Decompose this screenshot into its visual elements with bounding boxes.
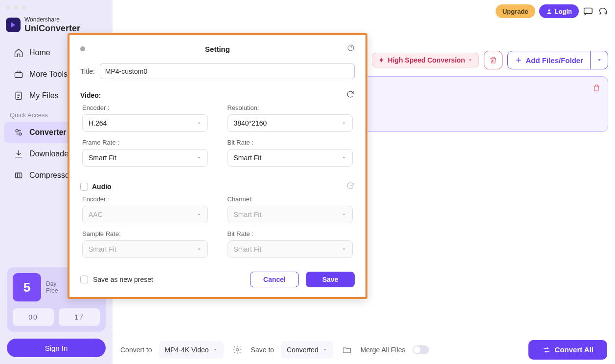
svg-rect-0 — [15, 73, 23, 78]
save-to-value: Converted — [287, 346, 319, 354]
chevron-down-icon — [197, 121, 202, 126]
sidebar-item-label: Converter — [29, 128, 67, 137]
settings-modal: Setting Title: Video: Encoder : H.264 Re… — [68, 33, 367, 299]
brand-main: UniConverter — [24, 23, 80, 34]
chat-icon[interactable] — [583, 6, 593, 17]
window-traffic-lights — [0, 5, 113, 13]
audio-channel-select[interactable]: Smart Fit — [228, 206, 353, 223]
logo-icon — [6, 18, 21, 32]
resolution-select[interactable]: 3840*2160 — [228, 114, 353, 132]
audio-samplerate-label: Sample Rate: — [82, 230, 208, 237]
download-icon — [14, 149, 23, 159]
encoder-label: Encoder : — [82, 104, 208, 111]
trial-day-label: Day — [46, 280, 58, 287]
trial-counter-b: 17 — [59, 308, 100, 326]
chevron-down-icon — [342, 155, 346, 160]
refresh-icon — [346, 181, 355, 190]
user-icon — [546, 8, 552, 15]
title-input[interactable] — [100, 64, 355, 79]
refresh-icon — [346, 90, 355, 99]
audio-encoder-label: Encoder : — [82, 195, 208, 203]
headset-icon[interactable] — [597, 6, 608, 17]
gear-icon — [232, 345, 242, 355]
svg-point-2 — [16, 130, 18, 132]
svg-point-5 — [548, 9, 550, 11]
sidebar-item-label: Compressor — [29, 171, 72, 180]
add-files-button[interactable]: Add Files/Folder — [507, 51, 608, 69]
add-files-dropdown[interactable] — [590, 51, 608, 69]
converter-icon — [14, 128, 23, 137]
framerate-select[interactable]: Smart Fit — [82, 149, 208, 167]
login-button[interactable]: Login — [539, 4, 579, 18]
sign-in-button[interactable]: Sign In — [7, 339, 106, 357]
audio-section-label: Audio — [92, 183, 112, 191]
chevron-down-icon — [342, 247, 346, 252]
sidebar-item-label: Home — [29, 48, 50, 57]
chevron-down-icon — [213, 347, 218, 352]
audio-enable-checkbox[interactable] — [80, 183, 88, 191]
video-reset-button[interactable] — [346, 90, 355, 100]
topbar: Upgrade Login — [113, 0, 615, 22]
modal-title: Setting — [80, 45, 355, 53]
global-settings-button[interactable] — [230, 343, 244, 357]
save-preset-checkbox[interactable] — [80, 276, 88, 283]
plus-icon — [515, 56, 523, 64]
cancel-button[interactable]: Cancel — [250, 272, 299, 287]
sidebar-item-label: Downloader — [29, 150, 71, 158]
audio-channel-label: Channel: — [228, 195, 353, 203]
bitrate-label: Bit Rate : — [228, 139, 353, 146]
chevron-down-icon — [596, 57, 602, 63]
trash-icon — [489, 56, 498, 64]
merge-label: Merge All Files — [361, 346, 406, 354]
save-to-label: Save to — [251, 346, 274, 354]
brand-top: Wondershare — [24, 16, 60, 23]
audio-encoder-select[interactable]: AAC — [82, 206, 208, 223]
save-button[interactable]: Save — [306, 272, 355, 287]
audio-samplerate-select[interactable]: Smart Fit — [82, 240, 208, 258]
trash-icon — [592, 84, 601, 92]
convert-all-label: Convert All — [555, 345, 593, 354]
resolution-label: Resolution: — [228, 104, 353, 111]
chevron-down-icon — [342, 121, 346, 126]
sidebar-item-label: More Tools — [29, 70, 68, 79]
chevron-down-icon — [342, 212, 346, 217]
home-icon — [14, 48, 23, 58]
title-field-label: Title: — [80, 67, 95, 75]
svg-rect-4 — [15, 173, 22, 178]
chevron-down-icon — [322, 347, 327, 352]
bolt-icon — [378, 57, 385, 64]
open-folder-button[interactable] — [340, 343, 354, 357]
high-speed-conversion-toggle[interactable]: High Speed Conversion — [372, 53, 479, 67]
bottombar: Convert to MP4-4K Video Save to Converte… — [113, 335, 615, 364]
save-preset-label: Save as new preset — [93, 276, 153, 283]
convert-to-select[interactable]: MP4-4K Video — [159, 341, 224, 359]
encoder-select[interactable]: H.264 — [82, 114, 208, 132]
svg-rect-6 — [584, 8, 592, 14]
save-to-select[interactable]: Converted — [281, 341, 333, 359]
merge-toggle[interactable] — [412, 345, 429, 354]
trial-counter-a: 00 — [13, 308, 54, 326]
convert-to-value: MP4-4K Video — [165, 346, 209, 354]
chevron-down-icon — [197, 212, 202, 217]
audio-reset-button[interactable] — [346, 181, 355, 192]
trial-sub-label: Free — [46, 287, 58, 294]
audio-bitrate-label: Bit Rate : — [228, 230, 353, 237]
delete-all-button[interactable] — [484, 51, 502, 69]
file-icon — [14, 91, 23, 101]
add-files-label: Add Files/Folder — [525, 56, 583, 64]
folder-icon — [342, 345, 352, 355]
svg-point-11 — [236, 348, 238, 351]
convert-to-label: Convert to — [120, 346, 152, 354]
chevron-down-icon — [468, 58, 473, 63]
convert-all-button[interactable]: Convert All — [528, 340, 607, 360]
upgrade-button[interactable]: Upgrade — [496, 4, 535, 18]
login-label: Login — [555, 8, 572, 15]
toolbox-icon — [14, 69, 23, 79]
audio-bitrate-select[interactable]: Smart Fit — [228, 240, 353, 258]
sidebar-item-label: My Files — [29, 91, 59, 100]
bitrate-select[interactable]: Smart Fit — [228, 149, 353, 167]
file-delete-button[interactable] — [592, 84, 601, 94]
trial-days-number: 5 — [13, 273, 41, 301]
hsc-label: High Speed Conversion — [388, 56, 465, 64]
compress-icon — [14, 171, 23, 180]
